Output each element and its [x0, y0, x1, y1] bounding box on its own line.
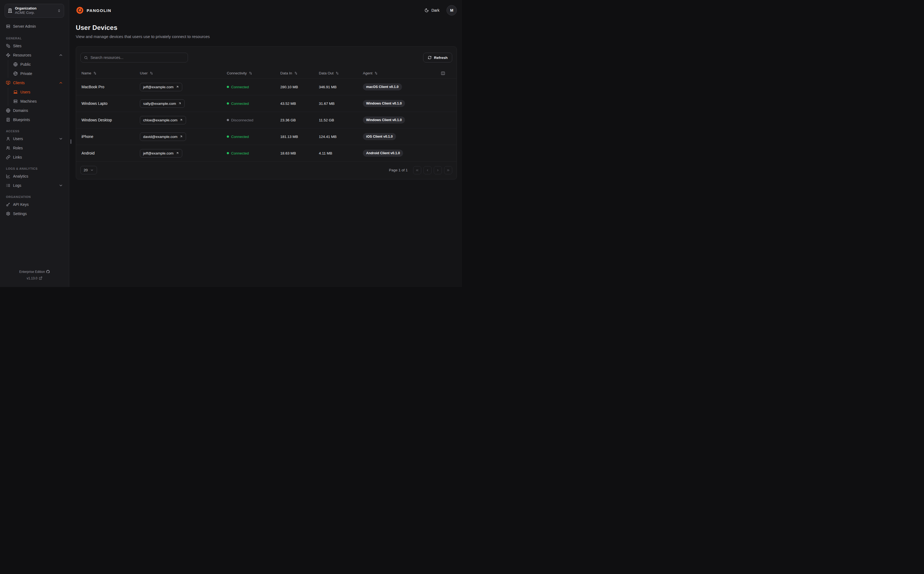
sidebar-footer: Enterprise Edition v1.13.0 — [0, 269, 69, 284]
clients-subgroup: Users Machines — [8, 88, 65, 106]
search-input[interactable] — [90, 55, 184, 60]
user-link-button[interactable]: sally@example.com — [140, 99, 185, 108]
sort-icon — [249, 71, 252, 75]
data-in-value: 43.52 MB — [280, 101, 319, 106]
sidebar-item-client-users[interactable]: Users — [12, 88, 65, 96]
sidebar-resize-handle[interactable] — [70, 139, 71, 144]
external-link-icon — [39, 276, 43, 280]
sidebar-item-sites[interactable]: Sites — [4, 41, 65, 50]
status-label: Disconnected — [231, 118, 254, 122]
columns-icon[interactable] — [441, 71, 445, 76]
chevrons-left-icon — [415, 168, 419, 172]
data-out-value: 346.91 MB — [319, 85, 363, 89]
connectivity-status: Connected — [227, 135, 280, 139]
sidebar-item-settings[interactable]: Settings — [4, 209, 65, 218]
data-out-value: 124.41 MB — [319, 135, 363, 139]
receipt-icon — [6, 118, 10, 122]
avatar[interactable]: M — [446, 5, 457, 16]
version-line[interactable]: v1.13.0 — [0, 275, 69, 282]
status-label: Connected — [231, 85, 249, 89]
column-label: Name — [82, 71, 91, 75]
column-label: Data Out — [319, 71, 334, 75]
globe-icon — [6, 108, 10, 113]
chevrons-right-icon — [446, 168, 450, 172]
last-page-button[interactable] — [444, 166, 452, 174]
refresh-label: Refresh — [434, 56, 448, 60]
pager: Page 1 of 1 — [389, 166, 452, 174]
theme-toggle[interactable]: Dark — [424, 8, 440, 13]
github-icon — [46, 270, 50, 273]
column-header-agent[interactable]: Agent — [363, 71, 452, 76]
search-box — [80, 53, 188, 63]
sidebar-item-roles[interactable]: Roles — [4, 144, 65, 152]
page-size-value: 20 — [84, 168, 88, 172]
pangolin-logo-icon — [76, 6, 84, 14]
column-header-data-in[interactable]: Data In — [280, 71, 319, 75]
next-page-button[interactable] — [434, 166, 442, 174]
data-in-value: 181.13 MB — [280, 135, 319, 139]
data-out-value: 11.52 GB — [319, 118, 363, 122]
previous-page-button[interactable] — [423, 166, 432, 174]
sidebar-item-clients[interactable]: Clients — [4, 79, 65, 87]
org-selector[interactable]: Organization ACME Corp. — [5, 4, 64, 17]
logs-icon — [6, 183, 10, 188]
sidebar-item-label: Links — [13, 155, 22, 159]
sidebar-item-private[interactable]: Private — [12, 69, 65, 78]
sidebar-item-analytics[interactable]: Analytics — [4, 172, 65, 181]
refresh-icon — [428, 56, 432, 60]
table-header-row: Name User Connectivity Data In Data Out … — [76, 68, 457, 79]
user-email: jeff@example.com — [143, 85, 173, 89]
sidebar-item-users[interactable]: Users — [4, 134, 65, 143]
sites-icon — [6, 44, 10, 48]
sidebar-item-domains[interactable]: Domains — [4, 106, 65, 115]
sidebar-item-server-admin[interactable]: Server Admin — [4, 22, 65, 31]
section-label-general: General — [4, 37, 65, 40]
column-header-connectivity[interactable]: Connectivity — [227, 71, 280, 75]
page-size-select[interactable]: 20 — [80, 166, 97, 174]
arrow-up-right-icon — [180, 135, 183, 138]
section-label-logs-analytics: Logs & Analytics — [4, 167, 65, 170]
sidebar-item-label: Settings — [13, 211, 27, 216]
first-page-button[interactable] — [413, 166, 421, 174]
card-toolbar: Refresh — [76, 47, 457, 68]
status-dot — [227, 86, 229, 88]
resources-subgroup: Public Private — [8, 60, 65, 78]
user-icon — [6, 137, 10, 141]
sidebar-item-logs[interactable]: Logs — [4, 181, 65, 190]
column-header-data-out[interactable]: Data Out — [319, 71, 363, 75]
column-header-user[interactable]: User — [140, 71, 227, 75]
sidebar-nav: Server Admin General Sites Resources Pub… — [0, 17, 69, 269]
sidebar-item-api-keys[interactable]: API Keys — [4, 200, 65, 209]
sidebar-item-blueprints[interactable]: Blueprints — [4, 115, 65, 124]
user-link-button[interactable]: david@example.com — [140, 132, 186, 141]
sidebar-item-links[interactable]: Links — [4, 153, 65, 162]
user-email: chloe@example.com — [143, 118, 177, 122]
connectivity-status: Disconnected — [227, 118, 280, 122]
data-in-value: 280.10 MB — [280, 85, 319, 89]
column-header-name[interactable]: Name — [82, 71, 140, 75]
status-label: Connected — [231, 151, 249, 155]
section-label-organization: Organization — [4, 195, 65, 199]
connectivity-status: Connected — [227, 85, 280, 89]
sidebar-item-machines[interactable]: Machines — [12, 97, 65, 106]
user-email: david@example.com — [143, 135, 177, 139]
edition-line[interactable]: Enterprise Edition — [0, 269, 69, 275]
table-row: iPhone david@example.com Connected 181.1… — [76, 128, 457, 145]
chevron-up-icon — [59, 80, 63, 85]
user-link-button[interactable]: chloe@example.com — [140, 116, 186, 125]
table-row: Windows Desktop chloe@example.com Discon… — [76, 112, 457, 128]
refresh-button[interactable]: Refresh — [423, 53, 452, 63]
org-selector-label: Organization — [15, 6, 55, 11]
sort-icon — [150, 71, 153, 75]
agent-badge: Windows Client v0.1.0 — [363, 117, 405, 123]
agent-badge: iOS Client v0.1.0 — [363, 133, 396, 140]
search-icon — [84, 56, 88, 60]
gear-icon — [6, 211, 10, 216]
user-link-button[interactable]: jeff@example.com — [140, 83, 182, 91]
user-link-button[interactable]: jeff@example.com — [140, 149, 182, 158]
sort-icon — [336, 71, 339, 75]
brand-logo[interactable]: PANGOLIN — [76, 6, 111, 14]
arrow-up-right-icon — [180, 118, 183, 121]
sidebar-item-public[interactable]: Public — [12, 60, 65, 69]
sidebar-item-resources[interactable]: Resources — [4, 51, 65, 60]
